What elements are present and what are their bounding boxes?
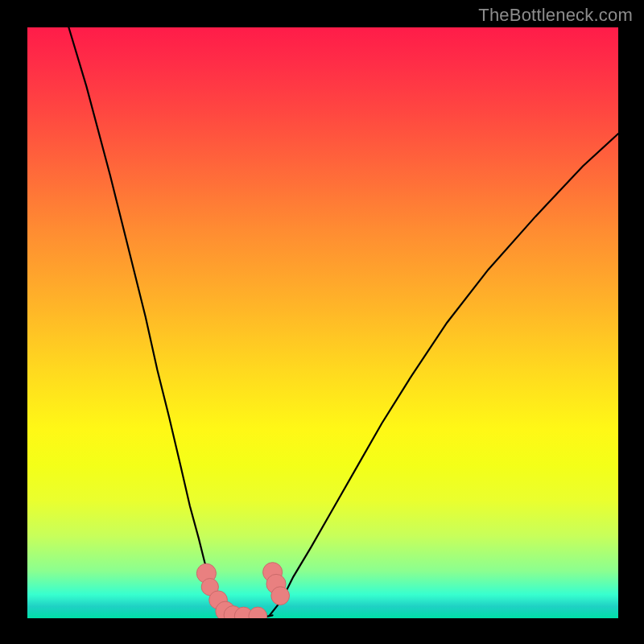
marker-dot: [249, 607, 267, 618]
watermark-text: TheBottleneck.com: [478, 5, 633, 26]
marker-dot: [271, 587, 290, 605]
plot-area: [27, 27, 618, 618]
chart-frame: TheBottleneck.com: [0, 0, 644, 644]
curve-right-curve: [270, 134, 618, 615]
chart-svg: [27, 27, 618, 618]
curve-left-curve: [68, 27, 240, 615]
